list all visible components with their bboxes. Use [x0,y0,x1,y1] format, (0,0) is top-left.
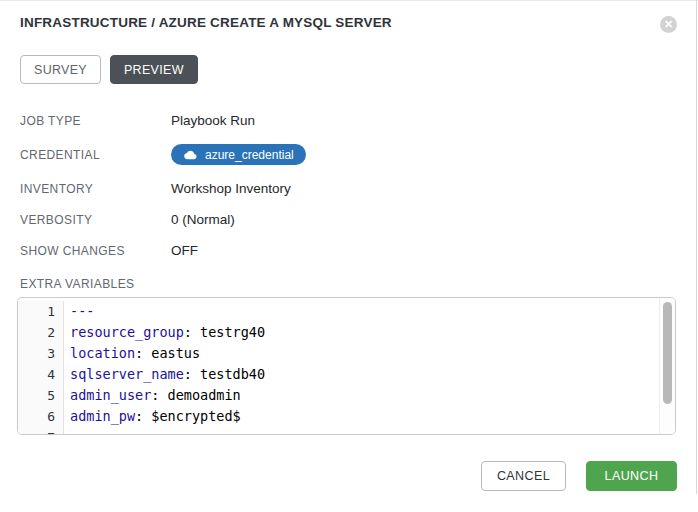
job-type-label: JOB TYPE [20,114,171,128]
verbosity-label: VERBOSITY [20,213,171,227]
code-text [64,427,70,435]
verbosity-value: 0 (Normal) [171,212,235,227]
tab-survey[interactable]: SURVEY [20,55,101,84]
code-line: 6 admin_pw: $encrypted$ [18,406,675,427]
credential-row: CREDENTIAL azure_credential [20,136,677,173]
job-type-row: JOB TYPE Playbook Run [20,105,677,136]
modal-header: INFRASTRUCTURE / AZURE CREATE A MYSQL SE… [17,14,677,33]
inventory-label: INVENTORY [20,182,171,196]
code-text: admin_pw: $encrypted$ [64,406,241,427]
line-number: 3 [18,343,64,364]
modal-tabs: SURVEY PREVIEW [17,55,677,84]
launch-button-label: LAUNCH [605,469,659,483]
editor-scrollbar-track[interactable] [659,298,675,434]
extra-variables-label: EXTRA VARIABLES [17,277,677,291]
job-launch-preview-modal: INFRASTRUCTURE / AZURE CREATE A MYSQL SE… [0,0,698,491]
credential-badge-label: azure_credential [205,148,294,162]
cancel-button[interactable]: CANCEL [481,461,566,491]
code-line: 1 --- [18,301,675,322]
code-line: 5 admin_user: demoadmin [18,385,675,406]
modal-footer: CANCEL LAUNCH [17,461,677,491]
credential-label: CREDENTIAL [20,148,171,162]
line-number: 6 [18,406,64,427]
code-text: resource_group: testrg40 [64,322,265,343]
editor-scrollbar-thumb[interactable] [663,302,672,404]
code-text: sqlserver_name: testdb40 [64,364,265,385]
verbosity-row: VERBOSITY 0 (Normal) [20,204,677,235]
code-lines: 1 --- 2 resource_group: testrg40 3 locat… [18,298,675,435]
code-text: admin_user: demoadmin [64,385,241,406]
inventory-row: INVENTORY Workshop Inventory [20,173,677,204]
line-number: 4 [18,364,64,385]
line-number: 1 [18,301,64,322]
show-changes-row: SHOW CHANGES OFF [20,235,677,266]
cloud-icon [183,150,197,160]
code-line: 7 [18,427,675,435]
code-text: location: eastus [64,343,200,364]
extra-variables-editor[interactable]: 1 --- 2 resource_group: testrg40 3 locat… [17,297,676,435]
code-line: 4 sqlserver_name: testdb40 [18,364,675,385]
launch-button[interactable]: LAUNCH [586,461,677,491]
page-right-border [696,0,697,494]
close-button[interactable]: ✕ [660,16,677,33]
inventory-value: Workshop Inventory [171,181,291,196]
show-changes-value: OFF [171,243,198,258]
code-line: 3 location: eastus [18,343,675,364]
line-number: 5 [18,385,64,406]
modal-title: INFRASTRUCTURE / AZURE CREATE A MYSQL SE… [20,14,392,31]
code-line: 2 resource_group: testrg40 [18,322,675,343]
show-changes-label: SHOW CHANGES [20,244,171,258]
job-type-value: Playbook Run [171,113,255,128]
cancel-button-label: CANCEL [497,469,550,483]
code-text: --- [64,301,94,322]
line-number: 7 [18,427,64,435]
tab-preview[interactable]: PREVIEW [110,55,198,84]
tab-preview-label: PREVIEW [124,63,184,77]
line-number: 2 [18,322,64,343]
job-details: JOB TYPE Playbook Run CREDENTIAL azure_c… [17,105,677,266]
credential-badge[interactable]: azure_credential [171,144,306,165]
page-top-border [0,0,698,1]
tab-survey-label: SURVEY [34,63,87,77]
close-icon: ✕ [664,19,673,30]
